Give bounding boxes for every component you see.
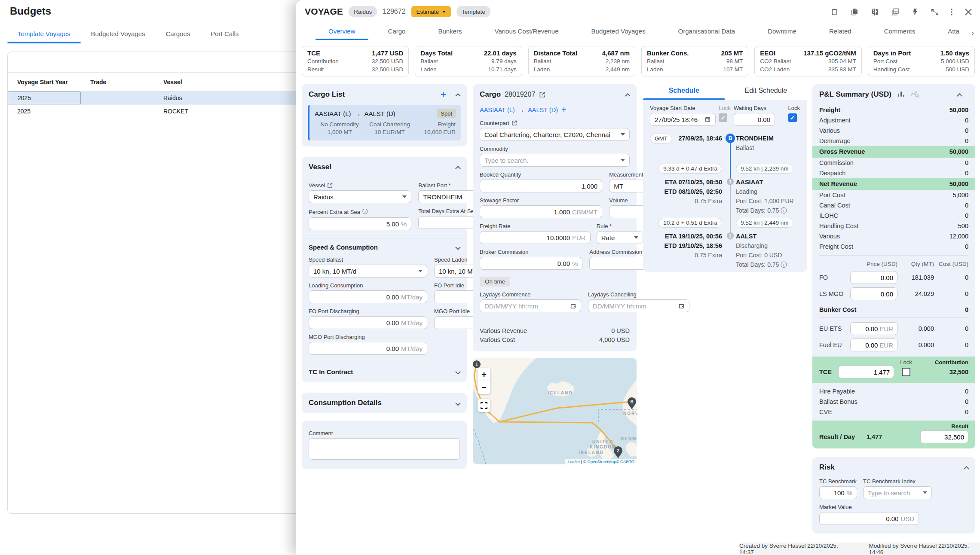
tce-field[interactable] — [838, 366, 894, 378]
tab-downtime[interactable]: Downtime — [767, 25, 797, 40]
rule-select[interactable]: Rate — [597, 231, 643, 244]
zoom-in-button[interactable]: + — [478, 368, 490, 381]
collapse-risk-icon[interactable] — [964, 466, 969, 471]
kpi-days-total: Days Total22.01 days Ballast9.79 days La… — [415, 46, 522, 76]
booked-quantity-field[interactable] — [480, 180, 602, 192]
expand-tc-icon[interactable] — [455, 369, 461, 375]
speed-ballast-select[interactable]: 10 kn, 10 MT/d — [309, 265, 427, 278]
tab-port-calls[interactable]: Port Calls — [200, 27, 249, 43]
fo-port-discharging-field[interactable]: MT/day — [309, 316, 427, 329]
tab-comments[interactable]: Comments — [883, 25, 916, 40]
loading-consumption-field[interactable]: MT/day — [309, 290, 427, 303]
export-pdf-icon[interactable]: PDF — [891, 8, 900, 16]
tab-organisational-data[interactable]: Organisational Data — [677, 25, 736, 40]
collapse-vessel-icon[interactable] — [455, 165, 461, 171]
info-icon[interactable]: ⓘ — [781, 207, 787, 214]
commodity-select[interactable]: Type to search. — [480, 154, 630, 167]
tab-overview[interactable]: Overview — [328, 25, 356, 40]
comment-input[interactable] — [309, 438, 460, 460]
expand-icon[interactable] — [930, 8, 939, 16]
route-map[interactable]: ICELAND NORWAY DENMARK UNITED KINGDOM IR… — [473, 358, 637, 464]
tab-cargoes[interactable]: Cargoes — [156, 27, 201, 43]
open-vessel-icon[interactable] — [327, 183, 333, 188]
percent-extra-at-sea-field[interactable]: % — [309, 217, 411, 230]
svg-text:2: 2 — [617, 448, 619, 453]
leaflet-link[interactable]: Leaflet — [567, 459, 580, 464]
info-icon[interactable]: ⓘ — [781, 261, 787, 268]
mgo-port-discharging-field[interactable]: MT/day — [309, 342, 427, 355]
result-field[interactable] — [920, 430, 968, 443]
delete-icon[interactable] — [830, 8, 839, 16]
euets-price-field[interactable]: EUR — [850, 322, 897, 335]
map-attribution: Leaflet | © OpenStreetMap© CARTO — [565, 459, 637, 464]
template-badge: Template — [456, 6, 490, 17]
calendar-icon[interactable] — [678, 303, 685, 309]
broker-commission-field[interactable]: % — [480, 257, 582, 270]
tc-benchmark-field[interactable]: % — [819, 486, 857, 499]
info-icon[interactable]: ⓘ — [362, 208, 368, 216]
calendar-icon[interactable] — [704, 116, 711, 123]
status-dropdown[interactable]: Estimate — [411, 6, 451, 17]
timeline-marker-b: B — [726, 134, 735, 143]
zoom-out-button[interactable]: − — [478, 381, 490, 394]
schedule-card: Voyage Start Date Lock ✓ Waiting Days Lo… — [643, 100, 807, 272]
tab-edit-schedule[interactable]: Edit Schedule — [725, 81, 807, 100]
tab-template-voyages[interactable]: Template Voyages — [7, 27, 81, 43]
market-value-field[interactable]: USD — [819, 512, 919, 525]
tab-schedule[interactable]: Schedule — [643, 81, 725, 100]
spot-badge: Spot — [437, 109, 456, 118]
svg-text:B: B — [630, 399, 633, 404]
tab-budgeted-voyages[interactable]: Budgeted Voyages — [591, 25, 646, 40]
stowage-factor-field[interactable]: CBM/MT — [480, 205, 602, 218]
more-icon[interactable] — [950, 8, 953, 16]
tce-lock-checkbox[interactable] — [902, 368, 910, 376]
collapse-cargo-list-icon[interactable] — [455, 93, 461, 98]
tab-related[interactable]: Related — [828, 25, 852, 40]
osm-link[interactable]: © OpenStreetMap — [583, 459, 616, 464]
open-counterpart-icon[interactable] — [511, 120, 517, 126]
cargo-list-item[interactable]: AASIAAT (L) → AALST (D) Spot No Commodit… — [308, 105, 461, 140]
load-port-link[interactable]: AASIAAT (L) — [480, 107, 515, 113]
collapse-speed-icon[interactable] — [455, 244, 461, 250]
tab-budgeted-voyages[interactable]: Budgeted Voyages — [81, 27, 156, 43]
add-cargo-button[interactable]: + — [441, 90, 447, 99]
expand-consumption-details-icon[interactable] — [455, 400, 461, 406]
compare-icon[interactable] — [870, 8, 879, 16]
fueleu-price-field[interactable]: EUR — [850, 338, 897, 351]
voyage-start-date-field[interactable] — [650, 113, 716, 126]
vessel-badge: Raidus — [349, 6, 377, 17]
close-icon[interactable] — [965, 8, 972, 16]
duplicate-icon[interactable] — [850, 8, 859, 16]
timeline-marker-2: 2 — [727, 232, 734, 239]
lsmgo-price-field[interactable] — [850, 287, 897, 300]
tc-benchmark-index-select[interactable]: Type to search. — [863, 486, 932, 499]
freight-rate-field[interactable]: EUR — [480, 231, 591, 244]
map-fullscreen-button[interactable] — [478, 399, 490, 412]
tab-cargo[interactable]: Cargo — [387, 25, 407, 40]
voyage-start-lock-checkbox[interactable]: ✓ — [719, 113, 727, 122]
calendar-icon[interactable] — [570, 303, 576, 309]
laydays-cancelling-field[interactable] — [588, 299, 689, 312]
waiting-days-field[interactable] — [734, 113, 775, 126]
waiting-days-lock-checkbox[interactable]: ✓ — [788, 113, 797, 122]
open-cargo-icon[interactable] — [539, 91, 545, 98]
tab-attachments[interactable]: Atta — [947, 25, 960, 40]
discharge-port-link[interactable]: AALST (D) — [528, 107, 558, 113]
collapse-pl-icon[interactable] — [957, 93, 962, 98]
bar-chart-icon[interactable] — [897, 91, 905, 98]
tab-bunkers[interactable]: Bunkers — [437, 25, 462, 40]
page-title: Budgets — [10, 5, 51, 17]
counterpart-select[interactable]: Coal Chartering, Charterer, C2020, Chenn… — [480, 128, 630, 141]
add-port-button[interactable]: + — [561, 105, 567, 115]
laydays-commence-field[interactable] — [480, 299, 581, 312]
vessel-select[interactable]: Raidus — [309, 190, 411, 203]
tab-scroll-right-icon[interactable]: › — [971, 28, 974, 37]
tab-various-cost-revenue[interactable]: Various Cost/Revenue — [494, 25, 560, 40]
chart-search-icon[interactable] — [910, 91, 920, 98]
collapse-cargo-icon[interactable] — [625, 93, 631, 98]
cargo-detail-card: Cargo 28019207 AASIAAT (L) → AALST (D) +… — [473, 84, 637, 351]
header-actions: PDF — [830, 8, 972, 16]
carto-link[interactable]: © CARTO — [616, 459, 634, 464]
actions-bolt-icon[interactable] — [912, 8, 919, 16]
fo-price-field[interactable] — [850, 271, 897, 284]
